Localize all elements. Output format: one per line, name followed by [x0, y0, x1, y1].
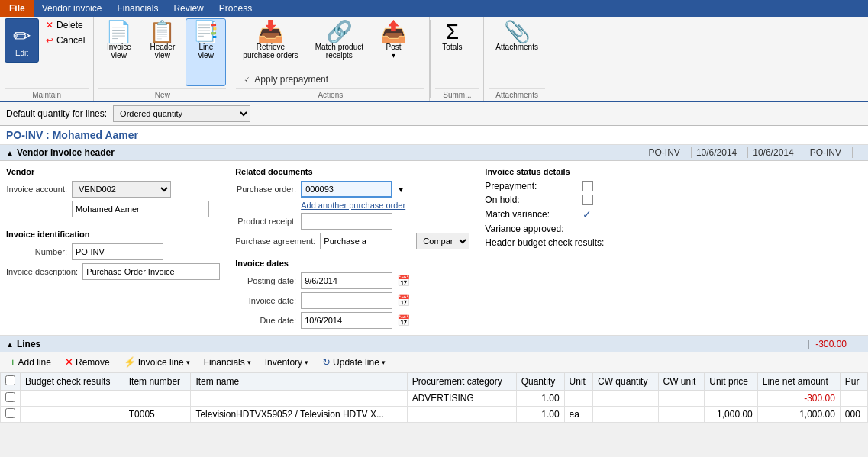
collapse-icon[interactable]: ▲	[6, 149, 14, 157]
ribbon-group-actions: 📥 Retrievepurchase orders 🔗 Match produc…	[231, 17, 430, 101]
col-checkbox	[1, 373, 21, 391]
invoice-status-column: Invoice status details Prepayment: On ho…	[485, 167, 676, 329]
number-input[interactable]	[72, 243, 163, 260]
row2-checkbox-cell	[1, 407, 21, 423]
menu-review[interactable]: Review	[166, 2, 211, 15]
row2-checkbox[interactable]	[5, 408, 15, 418]
invoice-view-button[interactable]: 📄 Invoiceview	[98, 18, 139, 86]
due-date-row: Due date: 📅	[235, 312, 469, 329]
row2-item-name: TelevisionHDTVX59052 / Television HDTV X…	[191, 407, 407, 423]
match-variance-value: ✓	[582, 208, 592, 220]
col-quantity: Quantity	[516, 373, 564, 391]
invoice-line-button[interactable]: ⚡ Invoice line ▾	[118, 354, 195, 370]
row1-checkbox-cell	[1, 391, 21, 407]
vendor-name-row	[72, 201, 220, 217]
ribbon-group-new: 📄 Invoiceview 📋 Headerview 📑 Lineview Ne…	[94, 17, 231, 101]
prepayment-row: Prepayment:	[485, 181, 676, 191]
delete-icon: ✕	[46, 20, 53, 31]
company-select[interactable]: Company	[416, 233, 469, 249]
purchase-order-dropdown[interactable]: ▼	[397, 185, 405, 194]
inventory-button[interactable]: Inventory ▾	[260, 355, 314, 370]
on-hold-label: On hold:	[485, 195, 576, 205]
row1-cw-unit	[658, 391, 705, 407]
row1-unit	[564, 391, 592, 407]
lines-table: Budget check results Item number Item na…	[0, 372, 868, 423]
select-all-checkbox[interactable]	[5, 375, 15, 385]
invoice-account-select[interactable]: VEND002	[72, 181, 171, 198]
number-label: Number:	[6, 247, 67, 256]
retrieve-po-button[interactable]: 📥 Retrievepurchase orders	[236, 18, 305, 72]
edit-button[interactable]: ✏ Edit	[5, 18, 39, 63]
totals-button[interactable]: Σ Totals	[435, 18, 469, 86]
description-label: Invoice description:	[6, 267, 78, 276]
lines-toolbar: + Add line ✕ Remove ⚡ Invoice line ▾ Fin…	[0, 352, 868, 372]
menu-vendor-invoice[interactable]: Vendor invoice	[34, 2, 110, 15]
purchase-order-row: Purchase order: ▼	[235, 181, 469, 198]
row2-pur: 000	[840, 407, 867, 423]
menu-process[interactable]: Process	[211, 2, 260, 15]
description-input[interactable]	[82, 263, 220, 280]
attachments-icon: 📎	[504, 21, 531, 43]
invoice-dates-title: Invoice dates	[235, 259, 469, 268]
invoice-date-calendar-icon[interactable]: 📅	[397, 294, 410, 307]
row2-quantity: 1.00	[516, 407, 564, 423]
row1-budget-check	[21, 391, 124, 407]
posting-date-calendar-icon[interactable]: 📅	[397, 275, 410, 287]
separator-line: |	[807, 339, 809, 349]
menu-financials[interactable]: Financials	[109, 2, 166, 15]
on-hold-row: On hold:	[485, 195, 676, 205]
row2-cw-unit	[658, 407, 705, 423]
row1-pur	[840, 391, 867, 407]
post-button[interactable]: 📤 Post▾	[373, 18, 414, 72]
invoice-date-label: Invoice date:	[235, 296, 296, 305]
purchase-agreement-input[interactable]	[320, 233, 411, 249]
row2-cw-quantity	[593, 407, 659, 423]
col-procurement-category: Procurement category	[407, 373, 516, 391]
form-area: Vendor Invoice account: VEND002 Invoice …	[0, 161, 868, 336]
due-date-input[interactable]	[301, 312, 392, 329]
match-receipts-button[interactable]: 🔗 Match productreceipts	[308, 18, 370, 72]
product-receipt-input[interactable]	[301, 213, 392, 230]
line-view-button[interactable]: 📑 Lineview	[186, 18, 226, 86]
lines-table-container: Budget check results Item number Item na…	[0, 372, 868, 423]
invoice-date-row: Invoice date: 📅	[235, 292, 469, 309]
col-unit-price: Unit price	[705, 373, 757, 391]
default-quantity-select[interactable]: Ordered quantity Product receipt quantit…	[113, 105, 250, 122]
table-row[interactable]: ADVERTISING 1.00 -300.00	[1, 391, 868, 407]
add-another-po-link[interactable]: Add another purchase order	[235, 201, 469, 210]
variance-approved-label: Variance approved:	[485, 224, 576, 234]
row2-procurement-category	[407, 407, 516, 423]
ribbon-group-summary: Σ Totals Summ...	[431, 17, 484, 101]
vendor-name-input[interactable]	[72, 201, 209, 217]
cancel-button[interactable]: ↩ Cancel	[42, 34, 89, 47]
remove-button[interactable]: ✕ Remove	[60, 354, 115, 370]
apply-prepayment-button[interactable]: ☑ Apply prepayment	[239, 72, 421, 86]
posting-date-input[interactable]	[301, 272, 392, 289]
financials-button[interactable]: Financials ▾	[198, 355, 257, 370]
on-hold-checkbox[interactable]	[582, 195, 593, 205]
prepayment-checkbox[interactable]	[582, 181, 593, 191]
match-variance-label: Match variance:	[485, 209, 576, 220]
invoice-date-input[interactable]	[301, 292, 392, 309]
invoice-identification-title: Invoice identification	[6, 230, 220, 239]
page-title: PO-INV : Mohamed Aamer	[0, 126, 868, 145]
row2-item-number: T0005	[124, 407, 191, 423]
update-line-button[interactable]: ↻ Update line ▾	[317, 354, 391, 370]
line-view-icon: 📑	[192, 21, 219, 43]
due-date-calendar-icon[interactable]: 📅	[397, 314, 410, 327]
attachments-button[interactable]: 📎 Attachments	[489, 18, 545, 86]
file-button[interactable]: File	[0, 0, 34, 17]
table-row[interactable]: T0005 TelevisionHDTVX59052 / Television …	[1, 407, 868, 423]
delete-button[interactable]: ✕ Delete	[42, 18, 89, 32]
retrieve-po-icon: 📥	[257, 21, 284, 43]
maintain-small-buttons: ✕ Delete ↩ Cancel	[42, 18, 89, 47]
header-view-button[interactable]: 📋 Headerview	[142, 18, 182, 86]
row1-checkbox[interactable]	[5, 392, 15, 402]
lines-collapse-icon[interactable]: ▲	[6, 340, 14, 349]
match-receipts-icon: 🔗	[326, 21, 353, 43]
ribbon-group-maintain: ✏ Edit ✕ Delete ↩ Cancel Maintain	[0, 17, 94, 101]
purchase-order-input[interactable]	[301, 181, 392, 198]
add-line-button[interactable]: + Add line	[5, 354, 56, 370]
default-quantity-label: Default quantity for lines:	[6, 108, 107, 119]
lines-amount: -300.00	[815, 339, 847, 349]
